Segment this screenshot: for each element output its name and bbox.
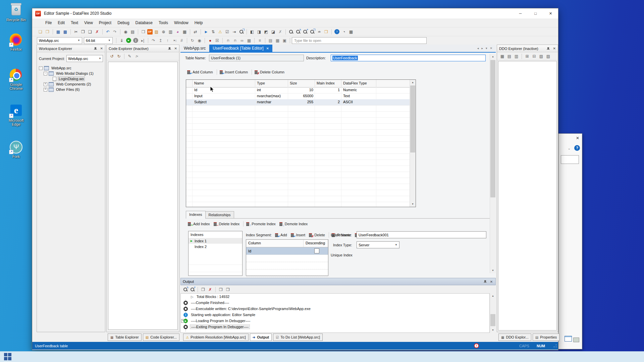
find-file-icon[interactable]: ❐ — [238, 29, 245, 35]
find-prev-icon[interactable]: ↰ — [295, 29, 301, 35]
clear-output-icon[interactable]: ✗ — [207, 287, 213, 293]
expand-triangle-icon[interactable]: ▷ — [191, 295, 194, 299]
database-tables-icon[interactable]: ▦ — [181, 29, 188, 35]
editor-scrollbar[interactable]: ▲ ▼ — [490, 54, 496, 273]
list-icon[interactable] — [565, 336, 572, 342]
column-header-name[interactable]: Name — [193, 80, 255, 87]
scrollbar-thumb[interactable] — [490, 60, 495, 197]
maximize-button[interactable]: □ — [528, 8, 543, 18]
index-segment-grid[interactable]: ColumnDescendingId — [246, 239, 328, 276]
error-status-icon[interactable]: ! — [474, 343, 479, 348]
background-window[interactable]: ✕ ⌄ ? — [557, 133, 582, 349]
desktop-icon-fork[interactable]: Ψ↗Fork — [3, 141, 29, 159]
desktop-icon-google-chrome[interactable]: ↗Google Chrome — [3, 69, 29, 90]
diagram-icon[interactable]: ⊕ — [160, 29, 167, 35]
preview-icon[interactable]: ∞ — [239, 38, 245, 44]
output-scrollbar[interactable]: ▲ ▼ — [490, 293, 496, 333]
checklist-icon[interactable]: ▥ — [167, 29, 174, 35]
tab-relationships[interactable]: Relationships — [205, 211, 234, 219]
close-tab-icon[interactable]: ✕ — [488, 47, 494, 50]
new-file-icon[interactable]: ❏ — [37, 29, 44, 35]
scroll-up-icon[interactable]: ▲ — [490, 54, 496, 59]
pin-icon[interactable] — [94, 47, 98, 51]
menu-window[interactable]: Window — [171, 19, 192, 27]
outline-list-icon[interactable]: ≡ — [257, 38, 263, 44]
search-next-icon[interactable]: ↱ — [189, 287, 196, 293]
delete-column-button[interactable]: ✗Delete Column — [253, 69, 287, 75]
save-all-icon[interactable]: ▩ — [62, 29, 68, 35]
bookmark-prev-icon[interactable]: ◩ — [263, 29, 269, 35]
table-explorer-icon[interactable]: ▤ — [267, 38, 274, 44]
print-icon[interactable]: ▤ — [129, 29, 136, 35]
step-into-icon[interactable]: ▸| — [140, 38, 146, 44]
tab-list-icon[interactable]: ▾ — [484, 47, 489, 50]
replace-icon[interactable]: ab — [316, 29, 322, 35]
export-source-icon[interactable]: ⇥ — [231, 29, 237, 35]
minimize-button[interactable]: ─ — [513, 8, 528, 18]
tree-item-other-files-6-[interactable]: +Other Files (6) — [37, 87, 105, 92]
output-line[interactable]: ----Exiting Program In Debugger---- — [181, 324, 489, 330]
pin-icon[interactable] — [546, 47, 550, 51]
menu-project[interactable]: Project — [96, 19, 114, 27]
cut-icon[interactable]: ✂ — [73, 29, 79, 35]
tree-expander-icon[interactable]: + — [44, 88, 47, 92]
ddo-expand-icon[interactable]: ⊞ — [524, 53, 530, 59]
add-index-button[interactable]: +Add Index — [186, 221, 212, 227]
find-next-icon[interactable]: ↱ — [302, 29, 308, 35]
menu-tools[interactable]: Tools — [156, 19, 171, 27]
insert-column-button[interactable]: ↵Insert Column — [218, 69, 250, 75]
sync-forward-icon[interactable]: ↻ — [116, 53, 122, 59]
index-name-input[interactable]: UserFeedback001 — [357, 231, 486, 238]
open-file-input[interactable] — [292, 37, 427, 44]
stop-icon[interactable]: ◉ — [196, 38, 203, 44]
fx-settings-icon[interactable]: ƒx — [133, 53, 140, 59]
scroll-right-icon[interactable]: ▸ — [480, 47, 484, 50]
copy-tree-icon[interactable]: ❒ — [225, 287, 231, 293]
output-line[interactable]: ▷Total Blocks : 14932 — [181, 294, 489, 300]
copy-special-icon[interactable]: ❒ — [140, 29, 147, 35]
redo-icon[interactable]: ↷ — [112, 29, 118, 35]
run-to-line-icon[interactable]: ►| — [171, 38, 178, 44]
column-header-descending[interactable]: Descending — [304, 240, 328, 247]
pause-icon[interactable]: ∥ — [133, 38, 138, 43]
menu-help[interactable]: Help — [192, 19, 206, 27]
image-editor-icon[interactable]: ▨ — [153, 29, 160, 35]
close-icon[interactable]: ✕ — [174, 47, 178, 50]
descending-checkbox[interactable] — [314, 248, 319, 253]
copy-all-icon[interactable]: ❒ — [218, 287, 224, 293]
palette-icon[interactable]: ◕ — [174, 29, 181, 35]
dataflex-studio-icon[interactable]: DF — [147, 29, 153, 35]
pin-icon[interactable] — [483, 280, 487, 284]
switch-file-icon[interactable]: ⇄ — [192, 29, 199, 35]
tree-item-web-components-2-[interactable]: +Web Components (2) — [37, 81, 105, 87]
tree-item-logindialog-wo[interactable]: LoginDialog.wo — [37, 76, 105, 81]
close-icon[interactable]: ✕ — [552, 47, 556, 50]
restart-icon[interactable]: ↻ — [189, 38, 196, 44]
index-type-combo[interactable]: Server ▼ — [357, 241, 399, 248]
bookmark-toggle-icon[interactable]: ◧ — [249, 29, 255, 35]
list-item-index-2[interactable]: Index 2 — [189, 244, 242, 249]
tree-item-webapp-src[interactable]: -WebApp.src — [37, 65, 105, 71]
undo-icon[interactable]: ↶ — [105, 29, 111, 35]
chevron-down-icon[interactable]: ⌄ — [568, 146, 571, 150]
arch-combo[interactable]: 64-bit▼ — [84, 37, 113, 44]
delete-index-button[interactable]: −Delete Index — [212, 221, 242, 227]
tasks-icon[interactable]: ☑ — [224, 29, 230, 35]
column-header-main-index[interactable]: Main Index — [315, 80, 341, 87]
segment-row-id[interactable]: Id — [246, 247, 328, 255]
desktop-icon-recycle-bin[interactable]: ♻Recycle Bin — [3, 4, 29, 22]
open-file-icon[interactable]: ❐ — [44, 29, 51, 35]
scroll-left-icon[interactable]: ◂ — [476, 47, 480, 50]
dock-tab-output[interactable]: ➔Output — [250, 334, 272, 341]
tab-webapp-src[interactable]: WebApp.src — [180, 45, 209, 52]
help-icon[interactable]: ? — [574, 145, 580, 151]
workspace-open-icon[interactable]: ❒ — [323, 29, 329, 35]
output-line[interactable]: ----Executable written: C:\dev\repo\Edit… — [181, 306, 489, 312]
breakpoint-line-icon[interactable]: # — [178, 38, 185, 44]
bookmark-next-icon[interactable]: ◨ — [256, 29, 262, 35]
close-button[interactable]: ✕ — [543, 8, 558, 18]
menu-text[interactable]: Text — [68, 19, 81, 27]
settings-wrench-icon[interactable]: ✎ — [126, 53, 133, 59]
pin-icon[interactable] — [168, 47, 172, 51]
goto-definition-icon[interactable]: ► — [203, 29, 209, 35]
